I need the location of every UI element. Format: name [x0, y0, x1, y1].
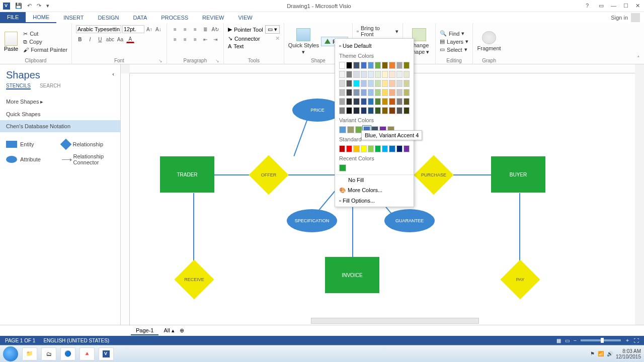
align-left-icon[interactable]: ≡ — [171, 35, 179, 43]
align-center-icon[interactable]: ≡ — [181, 35, 189, 43]
italic-button[interactable]: I — [86, 35, 94, 43]
font-family-select[interactable] — [76, 25, 121, 33]
quick-shapes-row[interactable]: Quick Shapes — [0, 108, 120, 120]
zoom-in-icon[interactable]: ＋ — [625, 337, 630, 344]
align-right-icon[interactable]: ≡ — [191, 35, 199, 43]
tab-view[interactable]: VIEW — [231, 13, 259, 23]
align-top-icon[interactable]: ≡ — [171, 25, 179, 33]
task-chrome-icon[interactable]: 🔵 — [60, 347, 75, 360]
attr-guarantee[interactable]: GUARANTEE — [384, 209, 435, 232]
standard-row[interactable] — [335, 144, 414, 153]
format-painter-button[interactable]: 🖌 Format Painter — [23, 47, 67, 53]
cut-button[interactable]: ✂ Cut — [23, 31, 67, 37]
tab-data[interactable]: DATA — [126, 13, 154, 23]
more-colors-button[interactable]: 🎨 More Colors... — [335, 185, 414, 196]
zoom-slider[interactable] — [581, 339, 621, 341]
rel-receive[interactable]: RECEIVE — [180, 265, 208, 294]
shape-entity[interactable]: Entity — [6, 140, 59, 148]
rel-offer[interactable]: OFFER — [255, 161, 283, 189]
h-scrollbar[interactable] — [311, 318, 479, 324]
fill-use-default[interactable]: ▫ Use Default — [335, 41, 414, 51]
indent-inc-icon[interactable]: ⇥ — [211, 35, 219, 43]
maximize-icon[interactable]: ☐ — [623, 3, 628, 9]
close-icon[interactable]: ✕ — [635, 3, 640, 9]
font-color-button[interactable]: A — [126, 35, 134, 43]
rel-pay[interactable]: PAY — [506, 265, 534, 294]
strike-button[interactable]: abc — [106, 35, 114, 43]
view-presentation-icon[interactable]: ▭ — [565, 338, 570, 343]
paste-button[interactable]: Paste — [4, 32, 18, 52]
more-shapes-row[interactable]: More Shapes ▸ — [0, 96, 120, 108]
ribbon-display-icon[interactable]: ▭ — [599, 3, 604, 9]
align-bot-icon[interactable]: ≡ — [191, 25, 199, 33]
font-shrink-icon[interactable]: A↓ — [154, 25, 163, 33]
quick-styles-button[interactable]: Quick Styles ▾ — [288, 28, 319, 54]
qa-dropdown-icon[interactable]: ▾ — [46, 3, 49, 9]
task-vlc-icon[interactable]: 🔺 — [79, 347, 95, 360]
tab-process[interactable]: PROCESS — [154, 13, 195, 23]
tab-home[interactable]: HOME — [26, 12, 56, 23]
attr-specification[interactable]: SPECIFICATION — [287, 209, 337, 232]
clock-time[interactable]: 8:03 AM — [616, 348, 641, 354]
user-avatar-icon[interactable] — [631, 13, 640, 22]
undo-icon[interactable]: ↶ — [27, 3, 32, 9]
tab-file[interactable]: FILE — [0, 12, 26, 23]
entity-buyer[interactable]: BUYER — [491, 156, 545, 193]
bullets-icon[interactable]: ≣ — [201, 25, 209, 33]
shape-attribute[interactable]: Attribute — [6, 153, 59, 165]
shape-relationship[interactable]: Relationship — [62, 140, 115, 148]
tray-volume-icon[interactable]: 🔊 — [607, 351, 613, 356]
layers-button[interactable]: ▤ Layers ▾ — [440, 38, 468, 45]
copy-button[interactable]: ⧉ Copy — [23, 39, 67, 45]
zoom-out-icon[interactable]: − — [574, 338, 577, 343]
shape-rel-connector[interactable]: Relationship Connector — [62, 153, 115, 165]
font-size-select[interactable] — [122, 25, 144, 33]
text-case-button[interactable]: Aa — [116, 35, 124, 43]
page-tab-1[interactable]: Page-1 — [131, 326, 158, 335]
view-normal-icon[interactable]: ▦ — [556, 338, 561, 343]
text-dir-icon[interactable]: A↻ — [211, 25, 219, 33]
redo-icon[interactable]: ↷ — [37, 3, 41, 9]
entity-trader[interactable]: TRADER — [160, 156, 214, 193]
help-icon[interactable]: ? — [586, 3, 589, 9]
font-grow-icon[interactable]: A↑ — [145, 25, 153, 33]
connector-button[interactable]: ↘Connector✕ — [228, 35, 280, 42]
collapse-ribbon-icon[interactable]: ˄ — [637, 55, 640, 62]
find-button[interactable]: 🔍 Find ▾ — [440, 30, 468, 37]
text-tool-button[interactable]: AText — [228, 43, 244, 49]
stencils-tab[interactable]: STENCILS — [6, 83, 31, 89]
bold-button[interactable]: B — [76, 35, 84, 43]
language-status[interactable]: ENGLISH (UNITED STATES) — [43, 338, 109, 343]
add-page-button[interactable]: ⊕ — [180, 327, 184, 334]
task-visio-icon[interactable] — [99, 347, 114, 360]
task-explorer-icon[interactable]: 📁 — [22, 347, 37, 360]
all-pages-button[interactable]: All ▴ — [164, 327, 174, 334]
chen-notation-row[interactable]: Chen's Database Notation — [0, 120, 120, 132]
collapse-shapes-icon[interactable]: ‹ — [106, 65, 120, 83]
select-button[interactable]: ▭ Select ▾ — [440, 46, 468, 53]
fragment-button[interactable]: Fragment — [477, 31, 501, 51]
minimize-icon[interactable]: — — [611, 3, 616, 9]
fill-options-button[interactable]: ▫ Fill Options... — [335, 196, 414, 206]
save-icon[interactable]: 💾 — [15, 3, 22, 9]
task-folder-icon[interactable]: 🗂 — [41, 347, 56, 360]
fit-page-icon[interactable]: ⛶ — [634, 338, 639, 343]
align-mid-icon[interactable]: ≡ — [181, 25, 189, 33]
start-button[interactable] — [3, 346, 18, 361]
entity-invoice[interactable]: INVOICE — [325, 257, 379, 293]
tab-review[interactable]: REVIEW — [195, 13, 231, 23]
sign-in-link[interactable]: Sign in — [611, 15, 628, 21]
no-fill-button[interactable]: No Fill — [335, 175, 414, 185]
underline-button[interactable]: U — [96, 35, 104, 43]
tab-design[interactable]: DESIGN — [91, 13, 126, 23]
recent-row[interactable] — [335, 163, 414, 172]
rel-purchase[interactable]: PURCHASE — [420, 161, 448, 189]
tray-flag-icon[interactable]: ⚑ — [590, 351, 595, 356]
tray-network-icon[interactable]: 📶 — [598, 351, 604, 356]
bring-front-button[interactable]: ▫ Bring to Front ▾ — [357, 25, 398, 37]
tab-insert[interactable]: INSERT — [56, 13, 91, 23]
search-tab[interactable]: SEARCH — [40, 83, 61, 89]
theme-row-1[interactable] — [335, 61, 414, 70]
indent-dec-icon[interactable]: ⇤ — [201, 35, 209, 43]
pointer-tool-button[interactable]: ▶Pointer Tool▭ ▾ — [228, 25, 280, 34]
